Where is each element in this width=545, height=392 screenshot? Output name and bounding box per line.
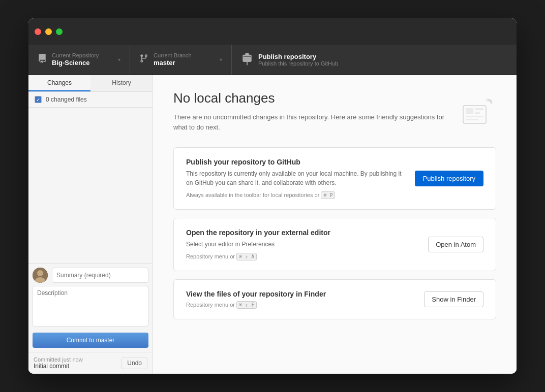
last-commit-message: Initial commit (34, 363, 83, 370)
svg-rect-4 (466, 108, 473, 114)
publish-card-hint: Always available in the toolbar for loca… (186, 191, 405, 199)
finder-card-title: View the files of your repository in Fin… (186, 290, 414, 298)
no-changes-desc: There are no uncommitted changes in this… (173, 112, 445, 132)
commit-area: Commit to master (28, 263, 153, 352)
editor-shortcut: ⌘ ⇧ A (236, 253, 257, 260)
last-commit-time: Committed just now (34, 356, 83, 363)
last-commit-info: Committed just now Initial commit (34, 356, 83, 370)
svg-rect-6 (475, 112, 480, 114)
finder-card-hint: Repository menu or ⌘ ⇧ F (186, 301, 414, 309)
publish-repository-card-button[interactable]: Publish repository (415, 171, 483, 186)
repo-chevron-icon: ▾ (118, 57, 120, 62)
publish-repository-button[interactable]: Publish repository Publish this reposito… (232, 45, 354, 75)
svg-rect-7 (466, 116, 483, 117)
no-changes-text: No local changes There are no uncommitte… (173, 90, 445, 132)
finder-card-text: View the files of your repository in Fin… (186, 290, 414, 309)
publish-card-desc: This repository is currently only availa… (186, 169, 405, 187)
close-button[interactable] (35, 28, 41, 35)
publish-subtitle: Publish this repository to GitHub (258, 60, 338, 67)
branch-name: master (154, 59, 192, 68)
publish-text: Publish repository Publish this reposito… (258, 53, 338, 67)
sidebar: Changes History 0 changed files (28, 75, 153, 374)
publish-card-text: Publish your repository to GitHub This r… (186, 158, 405, 199)
preferences-link[interactable]: Preferences (241, 241, 275, 248)
svg-point-1 (37, 270, 43, 276)
sidebar-tabs: Changes History (28, 75, 153, 92)
changed-files-header: 0 changed files (28, 92, 153, 108)
no-changes-title: No local changes (173, 90, 445, 106)
publish-card: Publish your repository to GitHub This r… (173, 147, 496, 210)
description-input[interactable] (33, 286, 148, 326)
branch-label: Current Branch (154, 52, 192, 59)
toolbar: Current Repository Big-Science ▾ Current… (28, 45, 517, 75)
branch-chevron-icon: ▾ (220, 57, 222, 62)
app-window: Current Repository Big-Science ▾ Current… (28, 18, 517, 374)
main-content: Changes History 0 changed files (28, 75, 517, 374)
editor-card-desc: Select your editor in Preferences (186, 240, 418, 249)
select-all-checkbox[interactable] (35, 96, 42, 103)
tab-history[interactable]: History (90, 75, 153, 91)
illustration (456, 90, 496, 131)
repo-icon (38, 54, 47, 66)
last-commit-bar: Committed just now Initial commit Undo (28, 352, 153, 374)
publish-card-title: Publish your repository to GitHub (186, 158, 405, 166)
commit-row (33, 268, 148, 283)
branch-text: Current Branch master (154, 52, 192, 68)
publish-icon (242, 53, 252, 67)
traffic-lights (35, 28, 63, 35)
repository-selector[interactable]: Current Repository Big-Science ▾ (28, 45, 130, 75)
content-area: No local changes There are no uncommitte… (153, 75, 517, 374)
finder-card: View the files of your repository in Fin… (173, 279, 496, 319)
publish-title: Publish repository (258, 53, 338, 60)
maximize-button[interactable] (56, 28, 63, 35)
open-in-atom-button[interactable]: Open in Atom (428, 237, 483, 252)
files-list (28, 108, 153, 263)
finder-shortcut: ⌘ ⇧ F (236, 301, 257, 309)
undo-button[interactable]: Undo (122, 357, 147, 369)
branch-icon (139, 54, 148, 66)
commit-button[interactable]: Commit to master (33, 333, 148, 348)
repository-text: Current Repository Big-Science (52, 52, 99, 68)
repository-label: Current Repository (52, 52, 99, 59)
branch-selector[interactable]: Current Branch master ▾ (130, 45, 232, 75)
editor-card: Open the repository in your external edi… (173, 218, 496, 271)
avatar (33, 268, 48, 283)
editor-card-title: Open the repository in your external edi… (186, 228, 418, 237)
show-in-finder-button[interactable]: Show in Finder (424, 291, 483, 307)
minimize-button[interactable] (45, 28, 52, 35)
titlebar (28, 18, 517, 45)
no-changes-section: No local changes There are no uncommitte… (173, 90, 496, 132)
publish-shortcut: ⌘ P (321, 191, 335, 199)
editor-card-text: Open the repository in your external edi… (186, 228, 418, 260)
changed-files-count: 0 changed files (46, 96, 87, 103)
repository-name: Big-Science (52, 59, 99, 68)
svg-rect-5 (475, 108, 483, 110)
svg-rect-8 (466, 119, 478, 120)
summary-input[interactable] (52, 268, 148, 283)
tab-changes[interactable]: Changes (28, 75, 90, 91)
editor-card-hint: Repository menu or ⌘ ⇧ A (186, 253, 418, 260)
